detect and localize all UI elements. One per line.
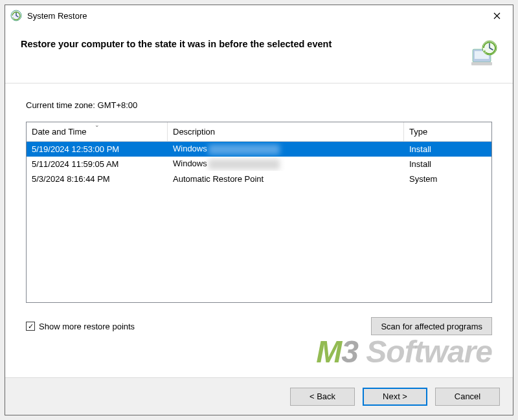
- redacted-text: [208, 144, 280, 155]
- cancel-button[interactable]: Cancel: [435, 388, 500, 406]
- cell-description: Windows: [168, 157, 404, 171]
- content-area: Current time zone: GMT+8:00 Date and Tim…: [5, 83, 513, 377]
- svg-rect-3: [471, 62, 492, 65]
- back-button[interactable]: < Back: [290, 388, 355, 406]
- footer-bar: < Back Next > Cancel: [5, 377, 513, 415]
- close-button[interactable]: [483, 6, 510, 25]
- table-row[interactable]: 5/3/2024 8:16:44 PMAutomatic Restore Poi…: [27, 171, 491, 186]
- column-header-date[interactable]: Date and Time ⌄: [27, 122, 168, 141]
- table-row[interactable]: 5/11/2024 11:59:05 AMWindowsInstall: [27, 157, 491, 171]
- checkbox-icon: ✓: [26, 322, 35, 331]
- timezone-label: Current time zone: GMT+8:00: [26, 100, 492, 110]
- next-button[interactable]: Next >: [363, 388, 427, 406]
- cell-description: Windows: [168, 142, 404, 156]
- table-header: Date and Time ⌄ Description Type: [27, 122, 491, 142]
- scan-affected-button[interactable]: Scan for affected programs: [371, 317, 492, 335]
- column-header-type[interactable]: Type: [404, 122, 491, 141]
- cell-description: Automatic Restore Point: [168, 173, 404, 185]
- cell-date: 5/3/2024 8:16:44 PM: [27, 173, 168, 185]
- header-area: Restore your computer to the state it wa…: [5, 26, 513, 83]
- column-header-type-label: Type: [409, 127, 427, 137]
- system-restore-window: System Restore Restore your computer to …: [5, 5, 513, 415]
- column-header-date-label: Date and Time: [32, 127, 87, 137]
- restore-points-table: Date and Time ⌄ Description Type 5/19/20…: [26, 122, 492, 303]
- show-more-label: Show more restore points: [39, 322, 135, 331]
- table-row[interactable]: 5/19/2024 12:53:00 PMWindowsInstall: [27, 142, 491, 157]
- table-body[interactable]: 5/19/2024 12:53:00 PMWindowsInstall5/11/…: [27, 142, 491, 302]
- redacted-text: [208, 159, 280, 170]
- app-icon: [10, 10, 22, 21]
- show-more-checkbox[interactable]: ✓ Show more restore points: [26, 322, 371, 331]
- restore-icon: [466, 38, 500, 71]
- cell-type: Install: [404, 158, 491, 170]
- cell-type: Install: [404, 143, 491, 155]
- column-header-description[interactable]: Description: [168, 122, 404, 141]
- page-heading: Restore your computer to the state it wa…: [21, 38, 466, 49]
- cell-type: System: [404, 173, 491, 185]
- cell-date: 5/11/2024 11:59:05 AM: [27, 158, 168, 170]
- window-title: System Restore: [27, 11, 483, 21]
- sort-indicator-icon: ⌄: [95, 122, 100, 128]
- below-table-row: ✓ Show more restore points Scan for affe…: [26, 317, 492, 335]
- title-bar: System Restore: [5, 5, 513, 26]
- cell-date: 5/19/2024 12:53:00 PM: [27, 143, 168, 155]
- column-header-description-label: Description: [173, 127, 215, 137]
